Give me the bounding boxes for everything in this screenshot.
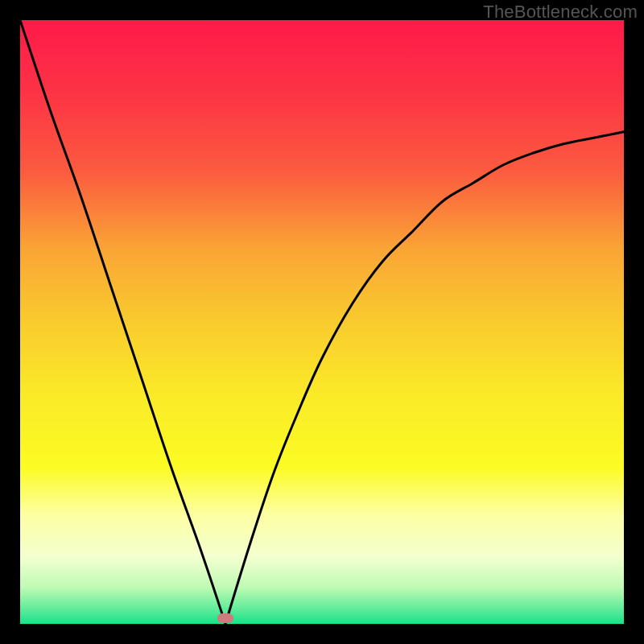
chart-frame: TheBottleneck.com [0, 0, 644, 644]
plot-area [20, 20, 624, 624]
bottleneck-curve [20, 20, 624, 624]
optimum-marker [217, 613, 233, 623]
watermark-text: TheBottleneck.com [483, 2, 638, 23]
